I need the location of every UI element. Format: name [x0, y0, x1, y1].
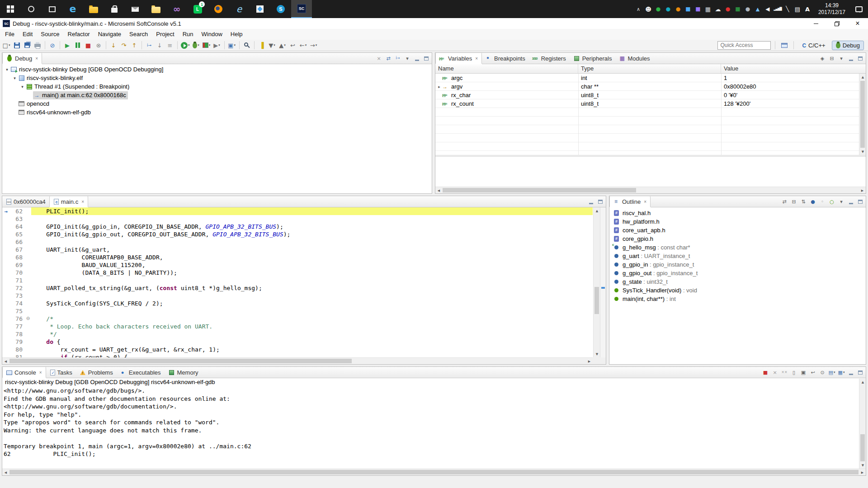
menu-search[interactable]: Search: [125, 29, 152, 40]
minimize-view-button[interactable]: [413, 54, 421, 62]
close-tab-icon[interactable]: ×: [644, 199, 646, 204]
annotation-margin[interactable]: [2, 284, 9, 292]
overview-ruler[interactable]: [600, 207, 606, 357]
editor-horizontal-scrollbar[interactable]: [2, 357, 593, 364]
save-all-button[interactable]: [22, 40, 32, 50]
external-tools-button[interactable]: ▶▾: [212, 40, 222, 50]
menu-navigate[interactable]: Navigate: [94, 29, 125, 40]
taskbar-store[interactable]: [104, 0, 125, 18]
console-tab-console[interactable]: Console×: [2, 367, 46, 378]
variable-detail-pane[interactable]: [435, 157, 866, 187]
step-into-button[interactable]: ↓: [108, 40, 118, 50]
outline-item-systick-handler-void[interactable]: SysTick_Handler(void) : void: [609, 286, 866, 295]
debug-tree-item[interactable]: riscv64-unknown-elf-gdb: [2, 108, 432, 117]
annotation-margin[interactable]: [2, 223, 9, 230]
close-tab-icon[interactable]: ×: [39, 370, 42, 375]
last-edit-location-button[interactable]: ↩: [288, 40, 298, 50]
scroll-left-button[interactable]: [2, 358, 9, 365]
expander-icon[interactable]: ▸: [436, 84, 442, 89]
menu-refactor[interactable]: Refactor: [64, 29, 94, 40]
minimize-window-button[interactable]: [806, 18, 826, 29]
annotation-margin[interactable]: [2, 230, 9, 238]
minimize-view-button[interactable]: [847, 54, 855, 62]
taskbar-mail[interactable]: [125, 0, 146, 18]
taskbar-photos-app[interactable]: [250, 0, 270, 18]
debug-tree-item[interactable]: ▾riscv-systick-blinky.elf: [2, 74, 432, 82]
maximize-view-button[interactable]: [856, 197, 864, 206]
view-menu-button[interactable]: ▾: [837, 197, 845, 206]
debug-tree-item[interactable]: ▾riscv-systick-blinky Debug [GDB OpenOCD…: [2, 65, 432, 74]
tray-icon-green-square[interactable]: ■: [733, 3, 742, 15]
debug-tree-item[interactable]: ▾Thread #1 (Suspended : Breakpoint): [2, 82, 432, 91]
drop-to-frame-button[interactable]: ↓: [155, 40, 165, 50]
annotation-margin[interactable]: [2, 300, 9, 307]
tray-ime-icon[interactable]: A: [803, 3, 812, 15]
scroll-up-button[interactable]: [594, 207, 600, 214]
step-return-button[interactable]: ↑: [129, 40, 139, 50]
console-tab-memory[interactable]: Memory: [165, 367, 202, 378]
tray-keyboard-icon[interactable]: ▤: [793, 3, 802, 15]
sort-button[interactable]: ⇅: [799, 197, 807, 206]
variables-tab-peripherals[interactable]: Peripherals: [570, 53, 616, 64]
taskbar-line-app[interactable]: L1: [187, 0, 208, 18]
taskbar-visual-studio[interactable]: ∞: [166, 0, 187, 18]
cpp-perspective-button[interactable]: C/C++: [798, 41, 829, 50]
code-line-65[interactable]: 65 GPIO_init(&g_gpio_out, COREGPIO_OUT_B…: [2, 230, 593, 238]
menu-help[interactable]: Help: [226, 29, 247, 40]
display-selected-console-button[interactable]: ▤▾: [828, 368, 836, 376]
taskbar-softconsole[interactable]: SC: [291, 0, 312, 18]
code-line-63[interactable]: 63: [2, 215, 593, 223]
search-button[interactable]: [242, 40, 252, 50]
hide-fields-button[interactable]: ●: [809, 197, 817, 206]
variables-tab-variables[interactable]: Variables×: [435, 53, 482, 64]
outline-item-core-gpio-h[interactable]: core_gpio.h: [609, 235, 866, 243]
skip-all-breakpoints-button[interactable]: ⊘: [47, 40, 57, 50]
taskbar-task-view-button[interactable]: [42, 0, 62, 18]
annotation-margin[interactable]: [2, 338, 9, 346]
code-line-66[interactable]: 66: [2, 238, 593, 246]
editor-tab-main-c[interactable]: main.c×: [49, 196, 88, 207]
variables-horizontal-scrollbar[interactable]: [435, 187, 866, 193]
instruction-stepping-button[interactable]: i→: [144, 40, 154, 50]
annotation-margin[interactable]: [2, 253, 9, 261]
taskbar-clock[interactable]: 14:39 2017/12/17: [814, 2, 850, 16]
minimize-view-button[interactable]: [847, 197, 855, 206]
use-step-filters-button[interactable]: ≡: [165, 40, 175, 50]
code-line-68[interactable]: 68 COREUARTAPB0_BASE_ADDR,: [2, 253, 593, 261]
minimize-view-button[interactable]: [587, 197, 595, 206]
open-perspective-button[interactable]: [779, 40, 789, 50]
new-cpp-class-button[interactable]: ▣▾: [227, 40, 237, 50]
close-tab-icon[interactable]: ×: [81, 199, 84, 204]
save-button[interactable]: [12, 40, 22, 50]
hide-static-members-button[interactable]: ◦: [818, 197, 826, 206]
code-line-73[interactable]: 73: [2, 292, 593, 300]
connect-process-button[interactable]: ⇄: [384, 54, 392, 62]
menu-file[interactable]: File: [1, 29, 19, 40]
scroll-left-button[interactable]: [2, 469, 9, 476]
hide-non-public-members-button[interactable]: ○: [828, 197, 836, 206]
collapse-all-button[interactable]: ⊟: [828, 54, 836, 62]
scroll-down-button[interactable]: [594, 351, 600, 357]
annotation-margin[interactable]: [2, 323, 9, 330]
show-logical-structure-button[interactable]: ◈: [818, 54, 826, 62]
taskbar-edge-browser[interactable]: e: [62, 0, 83, 18]
console-tab-tasks[interactable]: Tasks: [46, 367, 76, 378]
tray-volume-icon[interactable]: ◀: [763, 3, 772, 15]
annotation-margin[interactable]: [2, 238, 9, 246]
coverage-button[interactable]: ▾: [202, 40, 212, 50]
tray-icon-red[interactable]: ●: [723, 3, 732, 15]
outline-item-hw-platform-h[interactable]: hw_platform.h: [609, 217, 866, 226]
suspend-button[interactable]: [73, 40, 83, 50]
code-line-64[interactable]: 64 GPIO_init(&g_gpio_in, COREGPIO_IN_BAS…: [2, 223, 593, 230]
code-line-72[interactable]: 72 UART_polled_tx_string(&g_uart, (const…: [2, 284, 593, 292]
variables-tab-registers[interactable]: Registers: [529, 53, 570, 64]
outline-item-riscv-hal-h[interactable]: riscv_hal.h: [609, 209, 866, 217]
maximize-view-button[interactable]: [422, 54, 430, 62]
tray-icon-green[interactable]: ●: [654, 3, 663, 15]
view-menu-button[interactable]: ▾: [403, 54, 411, 62]
tray-icon-grid[interactable]: ▦: [703, 3, 712, 15]
variable-row-argc[interactable]: argcint1: [435, 74, 866, 82]
annotation-margin[interactable]: [2, 215, 9, 223]
maximize-view-button[interactable]: [596, 197, 604, 206]
annotation-margin[interactable]: [2, 292, 9, 300]
